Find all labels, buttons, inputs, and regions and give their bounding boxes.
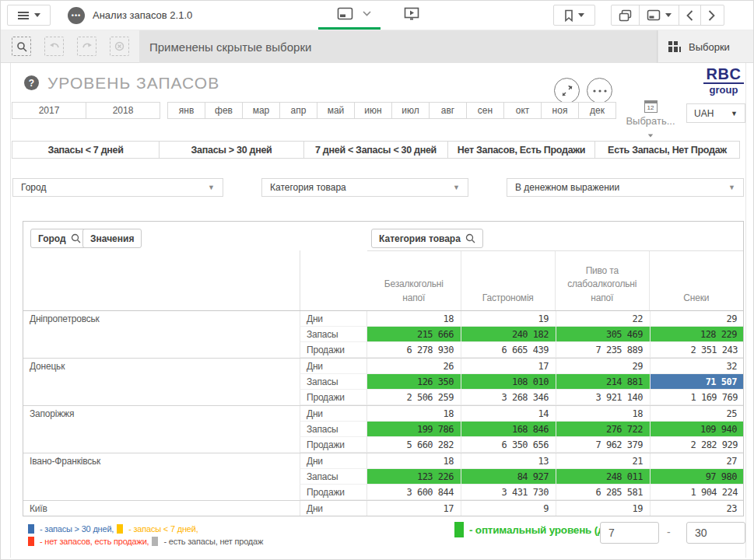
measure-label-cell[interactable]: Запасы <box>300 422 367 437</box>
value-cell: 13 <box>461 453 556 469</box>
measure-label-cell[interactable]: Запасы <box>300 469 367 485</box>
help-icon[interactable]: ? <box>24 75 39 90</box>
month-button-сен[interactable]: сен <box>466 102 504 119</box>
storytelling-button[interactable] <box>404 7 419 22</box>
row-dimension-button[interactable]: Город <box>30 229 89 248</box>
column-header-1[interactable]: Гастрономія <box>461 251 556 310</box>
rbc-group-logo: RBC group <box>703 66 744 95</box>
value-cell: 18 <box>367 453 461 469</box>
smart-search-button[interactable] <box>12 37 31 56</box>
month-button-май[interactable]: май <box>317 102 355 119</box>
city-dropdown[interactable]: Город ▼ <box>12 178 223 197</box>
city-cell[interactable]: Івано-Франківськ <box>23 453 300 500</box>
sheet-selector-button[interactable] <box>337 7 371 20</box>
city-cell[interactable]: Донецьк <box>23 359 300 405</box>
measure-label-cell[interactable]: Дни <box>300 406 367 422</box>
values-button[interactable]: Значения <box>82 229 142 248</box>
step-back-button[interactable] <box>44 37 64 56</box>
date-picker[interactable]: 12 Выбрать... <box>623 100 678 141</box>
city-row-group: ДонецькДни26172932Запасы126 350108 01021… <box>23 358 743 405</box>
value-cell: 22 <box>556 311 651 327</box>
year-button-2017[interactable]: 2017 <box>12 102 86 119</box>
measure-label-cell[interactable]: Продажи <box>300 485 367 500</box>
measure-label-cell[interactable]: Дни <box>300 359 367 374</box>
app-thumbnail-icon[interactable]: ••• <box>68 7 85 24</box>
month-button-окт[interactable]: окт <box>503 102 542 119</box>
currency-value: UAH <box>694 108 714 119</box>
overlapping-sheets-icon <box>619 9 632 22</box>
column-header-2[interactable]: Пиво та слабоалкогольні напої <box>556 251 650 310</box>
month-filter-group: янвфевмарапрмайиюниюлавгсеноктноядек <box>168 102 616 119</box>
month-button-апр[interactable]: апр <box>279 102 317 119</box>
bookmark-icon <box>564 9 573 22</box>
column-header-0[interactable]: Безалкогольні напої <box>367 251 461 310</box>
measure-label-cell[interactable]: Дни <box>300 311 367 327</box>
value-cell: 19 <box>556 501 651 516</box>
stock-filter-button-1[interactable]: Запасы > 30 дней <box>159 141 304 159</box>
month-button-янв[interactable]: янв <box>167 102 205 119</box>
measure-label-cell[interactable]: Продажи <box>300 437 367 453</box>
dropdown-caret-icon: ▼ <box>453 184 460 191</box>
step-forward-button[interactable] <box>77 37 96 56</box>
global-menu-button[interactable] <box>7 5 51 26</box>
column-dimension-button[interactable]: Категория товара <box>371 229 483 248</box>
clear-selections-button[interactable] <box>110 37 129 56</box>
month-button-мар[interactable]: мар <box>242 102 280 119</box>
month-button-ноя[interactable]: ноя <box>541 102 579 119</box>
city-cell[interactable]: Київ <box>23 501 300 516</box>
measure-label-cell[interactable]: Продажи <box>300 390 367 405</box>
pivot-table: Город Значения Категория товара Безалког… <box>23 221 744 516</box>
stock-filter-button-3[interactable]: Нет Запасов, Есть Продажи <box>447 141 595 159</box>
expand-object-button[interactable] <box>554 78 580 103</box>
value-cell: 3 921 140 <box>556 390 651 405</box>
more-options-button[interactable] <box>587 78 612 103</box>
category-dropdown[interactable]: Категория товара ▼ <box>261 178 468 197</box>
chevron-down-icon <box>578 13 584 17</box>
measure-label-cell[interactable]: Запасы <box>300 374 367 390</box>
legend-swatch <box>28 524 34 534</box>
optimal-to-input[interactable] <box>686 522 745 544</box>
city-cell[interactable]: Запоріжжя <box>23 406 300 453</box>
optimal-from-input[interactable] <box>600 522 659 544</box>
legend-swatch <box>152 537 158 546</box>
month-button-дек[interactable]: дек <box>578 102 616 119</box>
stock-filter-button-2[interactable]: 7 дней < Запасы < 30 дней <box>303 141 448 159</box>
sheet-list-button[interactable] <box>639 5 679 25</box>
next-sheet-button[interactable] <box>700 5 722 25</box>
selections-tool-button[interactable]: Выборки <box>657 30 753 63</box>
row-dimension-label: Город <box>38 233 66 244</box>
year-button-2018[interactable]: 2018 <box>86 102 160 119</box>
value-cell: 215 666 <box>367 327 461 342</box>
story-monitor-icon <box>404 7 419 22</box>
value-cell: 18 <box>367 406 461 422</box>
measure-label-cell[interactable]: Дни <box>300 453 367 469</box>
dropdown-caret-icon: ▼ <box>728 184 735 191</box>
value-cell: 18 <box>556 406 651 422</box>
column-header-3[interactable]: Снеки <box>650 251 744 310</box>
value-cell: 276 722 <box>556 422 651 437</box>
legend-swatch <box>117 524 123 534</box>
month-button-июн[interactable]: июн <box>354 102 392 119</box>
duplicate-sheet-button[interactable] <box>612 5 639 25</box>
previous-sheet-button[interactable] <box>679 5 700 25</box>
app-title: Анализ запасов 2.1.0 <box>93 9 192 21</box>
city-cell[interactable]: Дніпропетровськ <box>23 311 300 358</box>
logo-text-rbc: RBC <box>703 66 744 82</box>
measure-label-cell[interactable]: Продажи <box>300 342 367 358</box>
month-button-авг[interactable]: авг <box>429 102 467 119</box>
stock-filter-button-0[interactable]: Запасы < 7 дней <box>12 141 160 159</box>
measure-label-cell[interactable]: Запасы <box>300 327 367 342</box>
measure-mode-dropdown[interactable]: В денежном выражении ▼ <box>507 178 744 197</box>
value-cell: 23 <box>651 501 744 516</box>
year-filter-group: 2017 2018 <box>12 102 160 119</box>
bookmarks-button[interactable] <box>554 5 594 25</box>
currency-dropdown[interactable]: UAH ▼ <box>686 103 745 123</box>
value-cell: 29 <box>556 359 651 374</box>
value-cell: 18 <box>367 311 461 327</box>
value-cell: 25 <box>651 406 744 422</box>
month-button-июл[interactable]: июл <box>391 102 430 119</box>
value-cell: 84 927 <box>461 469 556 485</box>
stock-filter-button-4[interactable]: Есть Запасы, Нет Продаж <box>594 141 740 159</box>
measure-label-cell[interactable]: Дни <box>300 501 367 516</box>
month-button-фев[interactable]: фев <box>205 102 243 119</box>
